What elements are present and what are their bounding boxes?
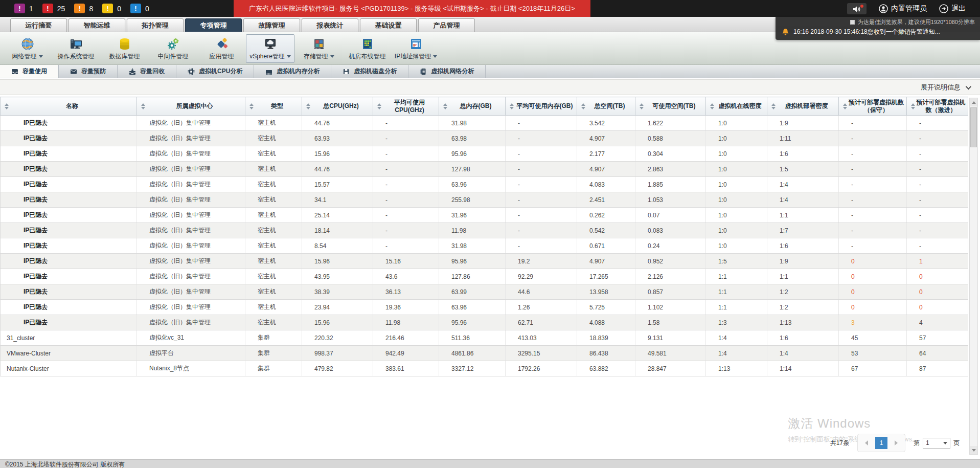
cell-deployable-aggressive: - — [907, 131, 968, 146]
toolbar-item[interactable]: 中间件管理 — [149, 34, 197, 63]
toolbar-item[interactable]: 网络管理 — [3, 34, 52, 63]
alarm-notification[interactable]: 16:16 2018-09-30 15:46:18您收到一个撤销告警通知... — [782, 28, 975, 36]
sub-tab[interactable]: 容量回收 — [118, 65, 176, 78]
sort-icon[interactable] — [440, 103, 447, 109]
table-row[interactable]: Nutanix-ClusterNutanix_8节点集群479.82383.61… — [1, 361, 968, 376]
sort-icon[interactable] — [138, 103, 145, 109]
sort-icon[interactable] — [707, 103, 714, 109]
table-row[interactable]: IP已隐去虚拟化（旧）集中管理宿主机23.9419.3663.961.265.7… — [1, 300, 968, 315]
column-header[interactable]: 平均可使用内存(GB) — [506, 97, 577, 116]
table-row[interactable]: IP已隐去虚拟化（旧）集中管理宿主机15.96-95.96-2.1770.304… — [1, 146, 968, 162]
sort-icon[interactable] — [303, 103, 310, 109]
column-header[interactable]: 类型 — [245, 97, 302, 116]
sound-notification-button[interactable] — [847, 3, 867, 14]
sort-icon[interactable] — [578, 103, 585, 109]
main-tab[interactable]: 智能运维 — [69, 18, 125, 32]
cell-cpu-available: 11.98 — [373, 315, 439, 330]
table-row[interactable]: IP已隐去虚拟化（旧）集中管理宿主机18.14-11.98-0.5420.083… — [1, 223, 968, 238]
toolbar-item[interactable]: vSphere管理 — [246, 34, 294, 63]
table-row[interactable]: IP已隐去虚拟化（旧）集中管理宿主机38.3936.1363.9944.613.… — [1, 284, 968, 300]
next-page-button[interactable] — [895, 440, 898, 445]
cell-mem-total: 95.96 — [439, 254, 506, 269]
table-row[interactable]: IP已隐去虚拟化（旧）集中管理宿主机63.93-63.98-4.9070.588… — [1, 131, 968, 146]
toolbar-item[interactable]: 机房布线管理 — [343, 34, 392, 63]
toolbar-item[interactable]: 操作系统管理 — [52, 34, 100, 63]
column-header[interactable]: 总空间(TB) — [577, 97, 635, 116]
toolbar-item[interactable]: 存储管理 — [294, 34, 343, 63]
main-tab[interactable]: 基础设置 — [360, 18, 417, 32]
table-row[interactable]: IP已隐去虚拟化（旧）集中管理宿主机15.57-63.96-4.0831.885… — [1, 177, 968, 192]
sort-icon[interactable] — [840, 103, 847, 109]
cell-vcenter: 虚拟化（旧）集中管理 — [137, 162, 245, 177]
page-select-dropdown[interactable]: 1 — [923, 438, 950, 449]
table-row[interactable]: IP已隐去虚拟化（旧）集中管理宿主机43.9543.6127.8692.2917… — [1, 269, 968, 284]
sort-icon[interactable] — [908, 103, 915, 109]
main-tab[interactable]: 产品管理 — [418, 18, 475, 32]
sub-tab[interactable]: 虚拟机内存分析 — [254, 65, 331, 78]
alert-counter[interactable]: ! 0 — [130, 4, 149, 13]
column-header[interactable]: 预计可部署虚拟机数（激进） — [907, 97, 968, 116]
table-row[interactable]: 31_cluster虚拟化vc_31集群220.32216.46511.3641… — [1, 330, 968, 346]
sort-icon[interactable] — [2, 103, 9, 109]
cell-vm-online-density: 1:0 — [706, 238, 767, 254]
sub-tab[interactable]: 虚拟机磁盘分析 — [331, 65, 408, 78]
column-header[interactable]: 虚拟机部署密度 — [767, 97, 839, 116]
sub-tab[interactable]: 容量使用 — [0, 65, 59, 78]
sort-icon[interactable] — [768, 103, 776, 109]
sub-tab[interactable]: 虚拟机CPU分析 — [176, 65, 254, 78]
table-row[interactable]: IP已隐去虚拟化（旧）集中管理宿主机15.9611.9895.9662.714.… — [1, 315, 968, 330]
scroll-up-button[interactable] — [970, 98, 977, 106]
scroll-down-button[interactable] — [970, 446, 977, 454]
main-tab[interactable]: 运行摘要 — [10, 18, 67, 32]
table-row[interactable]: IP已隐去虚拟化（旧）集中管理宿主机25.14-31.96-0.2620.071… — [1, 208, 968, 223]
user-menu[interactable]: 内置管理员 — [879, 4, 927, 13]
svg-text:IP: IP — [413, 42, 417, 47]
sort-icon[interactable] — [374, 103, 381, 109]
notification-toast[interactable]: 为达最佳浏览效果，建议使用1920*1080分辨率 16:16 2018-09-… — [776, 17, 980, 40]
main-tab[interactable]: 报表统计 — [302, 18, 358, 32]
cell-type: 宿主机 — [245, 269, 302, 284]
cell-name: IP已隐去 — [1, 269, 137, 284]
cell-name: IP已隐去 — [1, 162, 137, 177]
table-row[interactable]: IP已隐去虚拟化（旧）集中管理宿主机44.76-31.98-3.5421.622… — [1, 116, 968, 131]
table-row[interactable]: IP已隐去虚拟化（旧）集中管理宿主机8.54-31.98-0.6710.241:… — [1, 238, 968, 254]
sort-icon[interactable] — [246, 103, 254, 109]
main-tab[interactable]: 拓扑管理 — [127, 18, 184, 32]
sort-icon[interactable] — [507, 103, 514, 109]
expand-info-toggle[interactable]: 展开说明信息 — [0, 79, 980, 95]
prev-page-button[interactable] — [865, 440, 868, 445]
column-header[interactable]: 平均可使用CPU(GHz) — [373, 97, 439, 116]
toolbar-item[interactable]: 数据库管理 — [100, 34, 149, 63]
sub-tab[interactable]: 虚拟机网络分析 — [408, 65, 486, 78]
column-header[interactable]: 可使用空间(TB) — [635, 97, 706, 116]
toolbar-item[interactable]: IP IP地址簿管理 — [392, 34, 440, 63]
cell-vm-deploy-density: 1:9 — [767, 254, 839, 269]
table-row[interactable]: VMware-Cluster虚拟平台集群998.37942.494861.863… — [1, 346, 968, 361]
table-row[interactable]: IP已隐去虚拟化（旧）集中管理宿主机15.9615.1695.9619.24.9… — [1, 254, 968, 269]
current-page-button[interactable]: 1 — [875, 437, 887, 449]
cell-deployable-aggressive: - — [907, 192, 968, 208]
scrollbar-thumb[interactable] — [970, 107, 977, 147]
column-header[interactable]: 预计可部署虚拟机数（保守） — [839, 97, 907, 116]
sort-icon[interactable] — [636, 103, 644, 109]
logout-button[interactable]: 退出 — [939, 4, 966, 13]
alert-counter[interactable]: ! 0 — [102, 4, 121, 13]
toolbar-item[interactable]: 应用管理 — [197, 34, 246, 63]
column-header[interactable]: 总CPU(GHz) — [302, 97, 373, 116]
column-header[interactable]: 名称 — [1, 97, 137, 116]
alert-counter[interactable]: ! 1 — [14, 4, 33, 13]
main-tab[interactable]: 专项管理 — [185, 18, 242, 32]
table-row[interactable]: IP已隐去虚拟化（旧）集中管理宿主机44.76-127.98-4.9072.86… — [1, 162, 968, 177]
alert-counter[interactable]: ! 25 — [42, 4, 65, 13]
column-header[interactable]: 所属虚拟中心 — [137, 97, 245, 116]
main-tab[interactable]: 故障管理 — [243, 18, 300, 32]
sub-tab[interactable]: 容量预防 — [59, 65, 118, 78]
table-header-row: 名称 所属虚拟中心 类型 总CPU(GHz) 平均可使用CPU(GHz) 总内存… — [1, 97, 968, 116]
cell-cpu-available: - — [373, 162, 439, 177]
table-row[interactable]: IP已隐去虚拟化（旧）集中管理宿主机34.1-255.98-2.4511.053… — [1, 192, 968, 208]
column-header[interactable]: 总内存(GB) — [439, 97, 506, 116]
alert-counter[interactable]: ! 8 — [74, 4, 93, 13]
column-header[interactable]: 虚拟机在线密度 — [706, 97, 767, 116]
vertical-scrollbar[interactable] — [969, 98, 978, 455]
cell-type: 宿主机 — [245, 146, 302, 162]
